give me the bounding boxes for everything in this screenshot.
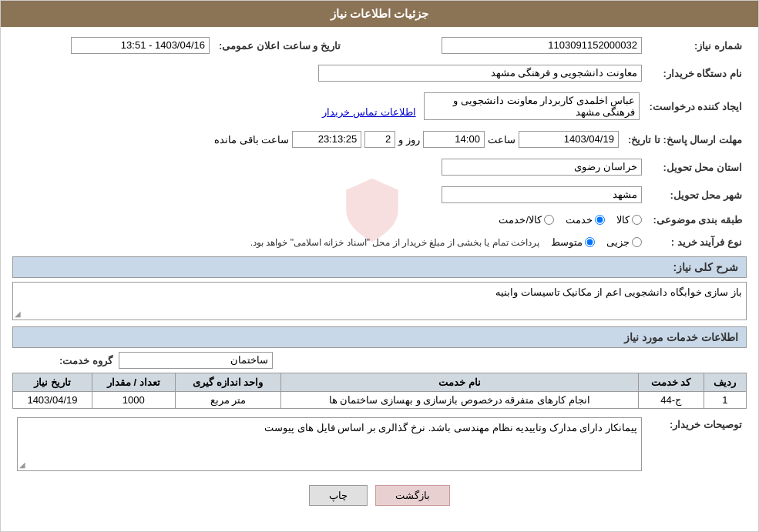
tabaqe-radio-group: کالا خدمت کالا/خدمت xyxy=(17,214,642,226)
tarikhe-elan-label: تاریخ و ساعت اعلان عمومی: xyxy=(214,35,345,56)
ettelaat-link[interactable]: اطلاعات تماس خریدار xyxy=(322,106,415,118)
group-label: گروه خدمت: xyxy=(12,355,113,366)
group-row: گروه خدمت: ساختمان xyxy=(12,352,747,369)
radio-kala-khadamat-label: کالا/خدمت xyxy=(499,214,542,226)
remaining-label: ساعت باقی مانده xyxy=(214,134,289,146)
radio-khadamat[interactable]: خدمت xyxy=(566,214,605,226)
cell-name: انجام کارهای متفرقه درخصوص بازسازی و بهس… xyxy=(281,392,639,409)
shahr-label: شهر محل تحویل: xyxy=(646,184,747,206)
tabaqe-label: طبقه بندی موضوعی: xyxy=(646,212,747,228)
ostan-value: خراسان رضوی xyxy=(442,159,642,176)
radio-jozei[interactable]: جزیی xyxy=(606,236,642,248)
watermark-shield xyxy=(341,176,403,245)
resize-corner: ◢ xyxy=(15,309,21,318)
noe-label: نوع فرآیند خرید : xyxy=(646,234,747,250)
th-vahed: واحد اندازه گیری xyxy=(175,373,280,392)
cell-tarikh: 1403/04/19 xyxy=(13,392,92,409)
sharh-box: باز سازی خوابگاه دانشجویی اعم از مکانیک … xyxy=(12,282,747,320)
mohlat-roz: 2 xyxy=(364,131,395,148)
name-dastgah-value: معاونت دانشجویی و فرهنگی مشهد xyxy=(318,65,642,82)
content-area: شماره نیاز: 1103091152000032 تاریخ و ساع… xyxy=(1,27,758,521)
cell-radif: 1 xyxy=(704,392,746,409)
radio-kala-label: کالا xyxy=(616,214,630,226)
mohlat-label: مهلت ارسال پاسخ: تا تاریخ: xyxy=(623,129,747,150)
th-radif: ردیف xyxy=(704,373,746,392)
info-table-row1: شماره نیاز: 1103091152000032 تاریخ و ساع… xyxy=(12,35,747,56)
toseeh-box: پیمانکار دارای مدارک وتاییدیه نظام مهندس… xyxy=(17,417,642,471)
radio-jozei-input[interactable] xyxy=(632,237,642,247)
page-header: جزئیات اطلاعات نیاز xyxy=(1,1,758,27)
table-row: 1 ج-44 انجام کارهای متفرقه درخصوص بازساز… xyxy=(13,392,747,409)
radio-kala-khadamat-input[interactable] xyxy=(544,215,554,225)
radio-motevaset-input[interactable] xyxy=(585,237,595,247)
toseeh-value: پیمانکار دارای مدارک وتاییدیه نظام مهندس… xyxy=(264,422,637,433)
cell-vahed: متر مربع xyxy=(175,392,280,409)
info-table-row4: مهلت ارسال پاسخ: تا تاریخ: 1403/04/19 سا… xyxy=(12,129,747,150)
tarikhe-elan-value: 1403/04/16 - 13:51 xyxy=(71,37,210,54)
radio-kala-khadamat[interactable]: کالا/خدمت xyxy=(499,214,554,226)
radio-jozei-label: جزیی xyxy=(606,236,630,248)
mohlat-remaining: 23:13:25 xyxy=(292,131,361,148)
toseeh-label: توصیحات خریدار: xyxy=(646,415,747,473)
th-kod: کد خدمت xyxy=(638,373,704,392)
cell-tedad: 1000 xyxy=(92,392,175,409)
radio-kala-input[interactable] xyxy=(632,215,642,225)
th-name: نام خدمت xyxy=(281,373,639,392)
sharh-section-header: شرح کلی نیاز: xyxy=(12,256,747,278)
services-table: ردیف کد خدمت نام خدمت واحد اندازه گیری ت… xyxy=(12,373,747,409)
ijad-label: ایجاد کننده درخواست: xyxy=(644,90,747,122)
radio-motevaset[interactable]: متوسط xyxy=(551,236,595,248)
header-title: جزئیات اطلاعات نیاز xyxy=(331,7,428,20)
back-button[interactable]: بازگشت xyxy=(375,485,450,506)
th-tedad: تعداد / مقدار xyxy=(92,373,175,392)
roz-label: روز و xyxy=(398,134,420,146)
saat-label: ساعت xyxy=(488,134,516,146)
sharh-value: باز سازی خوابگاه دانشجویی اعم از مکانیک … xyxy=(495,286,742,298)
cell-kod: ج-44 xyxy=(638,392,704,409)
radio-khadamat-input[interactable] xyxy=(595,215,605,225)
radio-motevaset-label: متوسط xyxy=(551,236,583,248)
mohlat-saat: 14:00 xyxy=(423,131,485,148)
bottom-buttons: بازگشت چاپ xyxy=(12,485,747,506)
print-button[interactable]: چاپ xyxy=(309,485,368,506)
mohlat-date: 1403/04/19 xyxy=(519,131,619,148)
services-section-header: اطلاعات خدمات مورد نیاز xyxy=(12,326,747,348)
ostan-label: استان محل تحویل: xyxy=(646,156,747,178)
ijad-value: عباس اخلمدی کاربردار معاونت دانشجویی و ف… xyxy=(424,92,640,120)
shahr-value: مشهد xyxy=(442,186,642,203)
shomara-value: 1103091152000032 xyxy=(442,37,642,54)
info-table-row3: ایجاد کننده درخواست: عباس اخلمدی کاربردا… xyxy=(12,90,747,122)
toseeh-table: توصیحات خریدار: پیمانکار دارای مدارک وتا… xyxy=(12,415,747,473)
resize-corner-2: ◢ xyxy=(19,460,25,469)
page-container: جزئیات اطلاعات نیاز شماره نیاز: 11030911… xyxy=(0,0,759,532)
radio-kala[interactable]: کالا xyxy=(616,214,642,226)
group-value: ساختمان xyxy=(119,352,273,369)
th-tarikh: تاریخ نیاز xyxy=(13,373,92,392)
name-dastgah-label: نام دستگاه خریدار: xyxy=(646,62,747,84)
info-table-row2: نام دستگاه خریدار: معاونت دانشجویی و فره… xyxy=(12,62,747,84)
noe-radio-group: جزیی متوسط پرداخت تمام یا بخشی از مبلغ خ… xyxy=(17,236,642,248)
radio-khadamat-label: خدمت xyxy=(566,214,593,226)
shomara-label: شماره نیاز: xyxy=(646,35,747,56)
